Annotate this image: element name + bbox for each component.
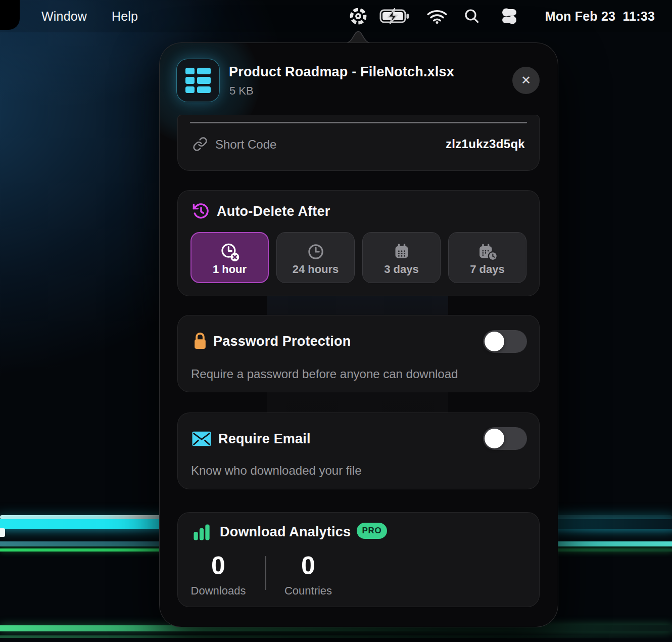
file-spreadsheet-icon [176,59,220,102]
menu-bar-clock[interactable]: Mon Feb 23 11:33 [545,0,655,32]
short-code-card: Short Code zlz1ukz3d5qk [177,115,540,171]
short-code-row[interactable]: Short Code zlz1ukz3d5qk [178,133,539,159]
downloads-label: Downloads [188,584,249,598]
bar-chart-icon [191,522,212,542]
file-title: Product Roadmap - FileNotch.xlsx [229,64,454,80]
countries-count: 0 [277,553,340,578]
short-code-label: Short Code [215,137,276,152]
countries-stat: 0 Countries [277,553,340,598]
email-title: Require Email [218,431,311,447]
password-description: Require a password before anyone can dow… [191,367,458,381]
option-label: 24 hours [293,263,339,276]
option-label: 7 days [470,263,505,276]
calendar-icon [392,241,412,262]
link-icon [193,136,208,152]
option-1-hour[interactable]: 1 hour [190,232,269,283]
option-label: 3 days [384,263,419,276]
password-protection-card: Password Protection Require a password b… [177,315,540,392]
password-toggle[interactable] [483,330,527,353]
menu-bar: Window Help [0,0,672,32]
countries-label: Countries [277,584,340,598]
history-icon [191,202,211,221]
screen-corner [0,0,20,30]
file-size: 5 KB [229,84,254,98]
toggle-knob [485,332,504,351]
envelope-icon [192,431,211,446]
wifi-icon[interactable] [425,0,449,32]
desktop: Window Help [0,0,672,642]
filenotch-popup: Product Roadmap - FileNotch.xlsx 5 KB ✕ … [159,42,558,627]
option-24-hours[interactable]: 24 hours [276,232,355,283]
option-3-days[interactable]: 3 days [362,232,441,283]
pro-badge: PRO [357,523,387,539]
clock-x-icon [219,242,241,263]
email-toggle[interactable] [483,427,527,450]
menu-help[interactable]: Help [112,0,138,32]
toggle-knob [485,429,504,448]
divider [190,122,527,123]
password-title: Password Protection [213,334,351,349]
wallpaper-stripe [0,635,672,638]
auto-delete-title: Auto-Delete After [217,204,330,219]
auto-delete-card: Auto-Delete After 1 hour [177,190,540,296]
control-center-icon[interactable] [500,0,518,32]
downloads-stat: 0 Downloads [188,553,249,598]
app-dial-icon[interactable] [348,0,369,32]
lock-icon [192,331,208,351]
search-icon[interactable] [462,0,482,32]
calendar-clock-icon [476,241,499,262]
clock-icon [306,241,326,262]
menu-window[interactable]: Window [41,0,87,32]
downloads-count: 0 [188,553,249,578]
download-analytics-card: Download Analytics PRO 0 Downloads 0 Cou… [177,512,540,607]
popover-arrow-icon [345,29,371,43]
option-label: 1 hour [213,263,247,276]
stats-divider [265,556,266,590]
close-button[interactable]: ✕ [512,67,540,94]
short-code-value: zlz1ukz3d5qk [446,137,525,151]
close-icon: ✕ [521,73,531,87]
analytics-title: Download Analytics [220,524,351,540]
email-description: Know who downloaded your file [191,464,362,478]
option-7-days[interactable]: 7 days [448,232,526,283]
battery-charging-icon[interactable] [379,0,410,32]
require-email-card: Require Email Know who downloaded your f… [177,412,540,489]
wallpaper-light-chip [0,528,5,537]
